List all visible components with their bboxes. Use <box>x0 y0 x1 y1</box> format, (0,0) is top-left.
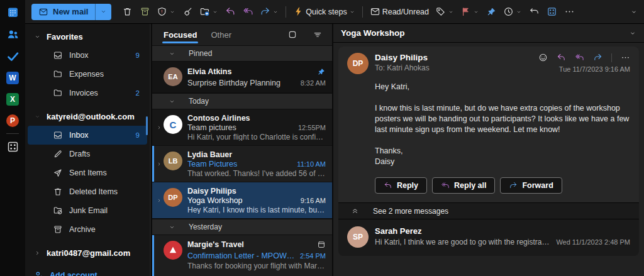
calendar-icon[interactable] <box>6 6 19 19</box>
group-header-yesterday[interactable]: Yesterday <box>152 219 332 235</box>
folder-label: Drafts <box>69 150 140 158</box>
collapsed-message-sarah[interactable]: SP Sarah Perez Hi Katri, I think we are … <box>338 219 639 256</box>
read-unread-button[interactable]: Read/Unread <box>367 3 431 21</box>
archive-button[interactable] <box>136 3 153 21</box>
new-mail-dropdown[interactable] <box>95 4 111 20</box>
body-paragraph: I know this is last minute, but do we ha… <box>375 103 630 135</box>
pin-icon[interactable] <box>317 67 326 76</box>
see-more-label: See 2 more messages <box>373 207 448 216</box>
reply-label: Reply <box>397 181 418 190</box>
excel-icon[interactable]: X <box>6 93 19 106</box>
ribbon-collapse-icon[interactable] <box>630 8 638 16</box>
new-mail-main[interactable]: New mail <box>31 4 95 20</box>
expand-conversation-icon[interactable] <box>155 187 164 214</box>
more-options-button[interactable] <box>561 3 577 21</box>
group-header-today[interactable]: Today <box>152 93 332 109</box>
filter-button[interactable] <box>311 28 325 41</box>
sidebar-item-junk-email[interactable]: Junk Email <box>28 201 147 220</box>
chevron-down-icon <box>169 9 175 15</box>
reply-icon[interactable] <box>557 53 566 62</box>
reply-all-button[interactable]: Reply all <box>432 177 495 194</box>
trash-icon <box>53 187 63 197</box>
sidebar-scrollbar-thumb[interactable] <box>146 116 148 135</box>
message-row-contoso[interactable]: C Contoso Airlines Team pictures 12:55PM… <box>152 109 332 146</box>
sidebar-item-drafts[interactable]: Drafts <box>28 145 147 163</box>
sidebar-item-archive[interactable]: Archive <box>28 220 147 239</box>
report-button[interactable] <box>154 3 178 21</box>
reply-all-icon[interactable] <box>575 53 584 62</box>
undo-button[interactable] <box>526 3 542 21</box>
folder-label: Junk Email <box>69 206 140 215</box>
sidebar-item-sent-items[interactable]: Sent Items <box>28 163 147 182</box>
pin-button[interactable] <box>483 3 499 21</box>
forward-icon[interactable] <box>593 53 602 62</box>
reply-all-button[interactable] <box>240 3 256 21</box>
timestamp: 9:16 AM <box>301 197 326 204</box>
double-chevron-up-icon <box>351 207 359 215</box>
archive-icon <box>140 6 150 17</box>
word-icon[interactable]: W <box>6 72 19 84</box>
favorites-section-header[interactable]: Favorites <box>25 27 150 46</box>
junk-folder-icon <box>53 206 63 216</box>
timestamp: 8:32 AM <box>301 79 326 87</box>
unread-count: 2 <box>136 89 140 97</box>
reply-button[interactable]: Reply <box>375 177 427 194</box>
reply-button[interactable] <box>222 3 238 21</box>
move-to-button[interactable] <box>197 3 221 21</box>
sidebar-item-inbox-favorite[interactable]: Inbox 9 <box>28 46 147 65</box>
select-messages-button[interactable] <box>286 28 299 41</box>
avatar: SP <box>347 226 369 248</box>
lightning-icon <box>293 6 304 17</box>
sender-name: Contoso Airlines <box>187 114 326 123</box>
chevron-down-icon <box>34 33 41 40</box>
group-header-pinned[interactable]: Pinned <box>152 45 332 62</box>
subject: Surprise Birthday Planning <box>187 79 297 87</box>
flag-button[interactable] <box>458 3 482 21</box>
account-outlook-header[interactable]: katyreid@outlook.com <box>25 107 150 126</box>
expand-conversation-icon[interactable] <box>155 114 164 141</box>
sidebar-item-deleted-items[interactable]: Deleted Items <box>28 182 147 201</box>
more-apps-icon[interactable] <box>6 140 19 153</box>
expand-conversation-icon[interactable] <box>155 150 164 177</box>
body-paragraph: Thanks, <box>375 146 630 157</box>
message-row-daisy-selected[interactable]: DP Daisy Philips Yoga Workshop 9:16 AM H… <box>152 182 332 219</box>
sweep-button[interactable] <box>179 3 196 21</box>
see-more-messages[interactable]: See 2 more messages <box>338 202 639 219</box>
categorize-button[interactable] <box>433 3 457 21</box>
envelope-icon <box>370 6 380 17</box>
calendar-invite-icon <box>317 240 326 249</box>
spacer <box>155 66 164 88</box>
snooze-button[interactable] <box>501 3 525 21</box>
account-gmail-header[interactable]: katri0487@gmail.com <box>25 243 150 262</box>
delete-button[interactable] <box>119 3 135 21</box>
sidebar-item-expenses[interactable]: Expenses <box>28 65 147 84</box>
apps-button[interactable] <box>543 3 560 21</box>
archive-icon <box>53 224 63 235</box>
message-row-margie[interactable]: Margie's Travel Confirmation Letter - MP… <box>152 235 332 276</box>
reply-all-icon <box>243 6 253 17</box>
add-account-button[interactable]: Add account <box>25 266 150 276</box>
sidebar-item-inbox[interactable]: Inbox 9 <box>28 126 147 145</box>
tab-focused[interactable]: Focused <box>162 26 198 43</box>
reactions-icon[interactable] <box>538 53 548 62</box>
forward-button[interactable]: Forward <box>500 177 562 194</box>
forward-button[interactable] <box>257 3 281 21</box>
collapse-conversation-icon[interactable] <box>629 30 636 37</box>
quick-steps-button[interactable]: Quick steps <box>291 3 357 21</box>
app-rail: W X P <box>0 0 25 276</box>
message-timestamp: Wed 11/1/2023 2:48 PM <box>556 238 630 246</box>
toolbar-separator <box>362 6 363 18</box>
tab-other[interactable]: Other <box>209 26 233 43</box>
todo-check-icon[interactable] <box>6 50 19 63</box>
folder-icon <box>53 69 63 79</box>
people-icon[interactable] <box>6 28 19 41</box>
message-row-elvia[interactable]: EA Elvia Atkins Surprise Birthday Planni… <box>152 62 332 93</box>
forward-icon <box>509 181 518 190</box>
new-mail-button[interactable]: New mail <box>31 4 111 20</box>
flag-icon <box>460 6 471 17</box>
ellipsis-icon[interactable] <box>621 53 630 62</box>
chevron-down-icon <box>169 224 175 231</box>
sidebar-item-invoices[interactable]: Invoices 2 <box>28 84 147 102</box>
message-row-lydia[interactable]: LB Lydia Bauer Team Pictures 11:10 AM Th… <box>152 146 332 182</box>
powerpoint-icon[interactable]: P <box>6 114 19 127</box>
